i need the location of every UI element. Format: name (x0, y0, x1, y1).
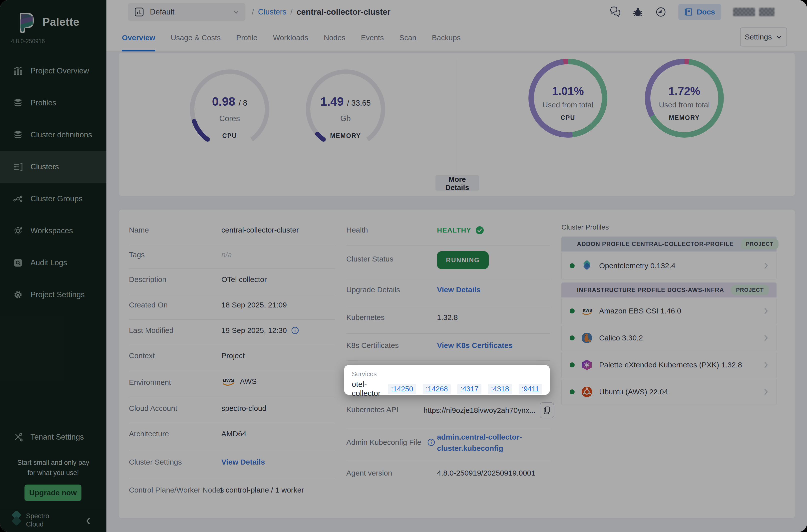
sidebar-item-clusters[interactable]: Clusters (0, 151, 107, 183)
cluster-settings-label: Cluster Settings (129, 458, 182, 466)
audit-logs-icon (13, 258, 23, 268)
check-circle-icon (475, 226, 484, 235)
memory-usage-gauge: 1.49 / 33.65 Gb MEMORY (303, 67, 388, 152)
tab-scan[interactable]: Scan (399, 24, 416, 52)
project-badge: PROJECT (741, 239, 778, 249)
tab-backups[interactable]: Backups (432, 24, 461, 52)
profile-pack-opentelemetry[interactable]: Opentelemetry 0.132.4 (561, 252, 776, 280)
sidebar-item-workspaces[interactable]: Workspaces (0, 215, 107, 247)
profile-pack-ubuntu[interactable]: Ubuntu (AWS) 22.04 (561, 379, 776, 405)
memory-donut-label: MEMORY (645, 114, 724, 121)
sidebar-footer: Spectro Cloud (0, 510, 107, 532)
pxk-icon (581, 359, 593, 370)
tab-events[interactable]: Events (361, 24, 384, 52)
sidebar-item-audit-logs[interactable]: Audit Logs (0, 247, 107, 279)
chevron-right-icon (764, 262, 768, 269)
tab-workloads[interactable]: Workloads (273, 24, 308, 52)
service-port-link[interactable]: :14268 (423, 384, 451, 394)
cluster-status-label: Cluster Status (346, 255, 393, 263)
breadcrumb-separator: / (252, 7, 254, 17)
sidebar-divider (0, 509, 107, 509)
view-k8s-certificates-link[interactable]: View K8s Certificates (437, 341, 513, 350)
cloud-account-value: spectro-cloud (221, 404, 266, 413)
pack-status-dot (570, 390, 575, 394)
chevron-right-icon (764, 307, 768, 315)
upgrade-now-button[interactable]: Upgrade now (24, 484, 81, 501)
sidebar-item-profiles[interactable]: Profiles (0, 87, 107, 119)
service-port-link[interactable]: :4318 (488, 384, 512, 394)
breadcrumb-clusters-link[interactable]: Clusters (258, 7, 286, 17)
kubernetes-version-value: 1.32.8 (437, 313, 458, 322)
row-divider (129, 423, 335, 423)
memory-gauge-label: MEMORY (303, 132, 388, 139)
workspaces-icon (13, 226, 23, 236)
info-icon[interactable] (291, 326, 299, 335)
tab-overview[interactable]: Overview (122, 24, 155, 52)
profile-pack-calico[interactable]: Calico 3.30.2 (561, 325, 776, 351)
context-label: Context (129, 352, 155, 360)
cpu-total-donut: 1.01% Used from total CPU (528, 59, 607, 138)
pack-status-dot (570, 362, 575, 367)
cpu-percent: 1.01% (528, 85, 607, 98)
project-selector[interactable]: Default (128, 3, 245, 21)
sidebar-item-label: Workspaces (31, 226, 73, 235)
cluster-groups-icon (13, 194, 23, 204)
cpu-total-value: 8 (243, 99, 247, 108)
row-divider (346, 429, 550, 429)
row-divider (129, 268, 335, 269)
kubernetes-api-label: Kubernetes API (346, 405, 398, 414)
tab-profile[interactable]: Profile (236, 24, 258, 52)
breadcrumb-separator: / (290, 7, 293, 17)
ubuntu-icon (581, 386, 593, 398)
more-details-button[interactable]: More Details (435, 175, 479, 191)
info-icon[interactable] (427, 438, 435, 446)
k8s-certificates-label: K8s Certificates (346, 341, 399, 350)
docs-button[interactable]: Docs (678, 4, 721, 20)
bug-report-icon[interactable] (632, 6, 643, 18)
sidebar-item-project-overview[interactable]: Project Overview (0, 55, 107, 87)
memory-percent: 1.72% (645, 85, 724, 98)
tab-nodes[interactable]: Nodes (324, 24, 345, 52)
help-compass-icon[interactable] (655, 6, 667, 18)
chart-icon (134, 7, 145, 17)
addon-profile-header[interactable]: ADDON PROFILE CENTRAL-COLLECTOR-PROFILE … (561, 236, 776, 251)
last-modified-value: 19 Sep 2025, 12:30 (221, 326, 299, 335)
settings-button[interactable]: Settings (740, 27, 787, 46)
aws-logo-icon: aws (221, 376, 236, 387)
tags-value: n/a (221, 250, 232, 259)
tab-usage-costs[interactable]: Usage & Costs (171, 24, 221, 52)
app-version: 4.8.0-250916 (11, 38, 45, 45)
upgrade-view-details-link[interactable]: View Details (437, 285, 481, 294)
svg-text:aws: aws (583, 307, 592, 313)
kubernetes-label: Kubernetes (346, 313, 384, 322)
infrastructure-profile-header[interactable]: INFRASTRUCTURE PROFILE DOCS-AWS-INFRA PR… (561, 283, 776, 298)
sidebar-item-cluster-definitions[interactable]: Cluster definitions (0, 119, 107, 151)
environment-value: aws AWS (221, 376, 257, 387)
cluster-status-badge: RUNNING (437, 251, 489, 269)
chevron-down-icon (776, 34, 782, 40)
sidebar-item-project-settings[interactable]: Project Settings (0, 279, 107, 311)
kubernetes-api-value: https://ni9ozje18ivwoy2ah70ynx... (424, 402, 554, 418)
collapse-sidebar-icon[interactable] (84, 515, 92, 527)
service-port-link[interactable]: :14250 (388, 384, 416, 394)
service-port-link[interactable]: :9411 (519, 384, 542, 394)
sidebar-item-cluster-groups[interactable]: Cluster Groups (0, 183, 107, 215)
sidebar-item-tenant-settings[interactable]: Tenant Settings (0, 421, 107, 453)
upgrade-details-label: Upgrade Details (346, 285, 400, 294)
cpu-unit: Cores (187, 114, 272, 123)
copy-api-url-button[interactable] (540, 402, 554, 418)
environment-label: Environment (129, 378, 171, 387)
admin-kubeconfig-link[interactable]: admin.central-collector- cluster.kubecon… (437, 431, 522, 454)
cluster-settings-view-details-link[interactable]: View Details (221, 458, 265, 466)
feedback-chat-icon[interactable] (609, 6, 620, 18)
service-port-link[interactable]: :4317 (457, 384, 482, 394)
memory-used-value: 1.49 (320, 95, 343, 108)
row-divider (129, 478, 335, 478)
profile-pack-pxk[interactable]: Palette eXtended Kubernetes (PXK) 1.32.8 (561, 352, 776, 378)
user-name-redacted[interactable] (733, 8, 774, 16)
cluster-tabs-bar: Overview Usage & Costs Profile Workloads… (107, 24, 807, 52)
copy-icon (543, 406, 551, 415)
pack-status-dot (570, 263, 575, 268)
book-icon (684, 7, 693, 17)
profile-pack-amazon-ebs-csi[interactable]: aws Amazon EBS CSI 1.46.0 (561, 298, 776, 324)
